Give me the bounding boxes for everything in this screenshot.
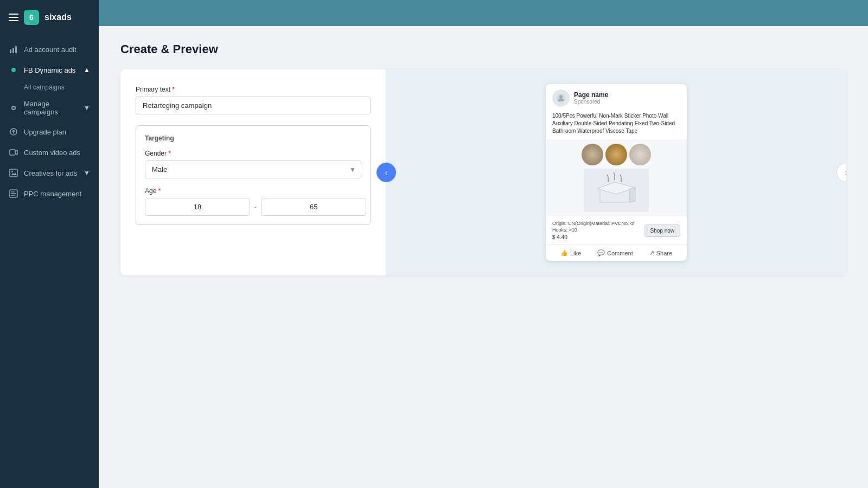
ad-card-header: Page name Sponsored [546, 84, 687, 110]
sidebar-item-creatives-for-ads[interactable]: Creatives for ads ▼ [0, 163, 99, 183]
chevron-right-icon: › [845, 168, 846, 177]
ad-footer-price: $ 4.40 [552, 234, 644, 240]
logo-box: 6 [24, 10, 39, 25]
page-info: Page name Sponsored [574, 91, 608, 105]
dot-icon [9, 65, 18, 75]
ad-image-area [546, 139, 687, 216]
svg-line-15 [614, 172, 615, 175]
share-label: Share [656, 250, 672, 256]
sidebar-item-fb-dynamic-ads[interactable]: FB Dynamic ads ▲ [0, 60, 99, 80]
age-label: Age * [145, 187, 361, 195]
svg-rect-2 [15, 46, 17, 53]
svg-rect-4 [10, 150, 15, 155]
svg-line-14 [607, 175, 608, 177]
primary-text-input[interactable] [136, 97, 371, 114]
share-button[interactable]: ↗ Share [649, 249, 672, 256]
ppc-icon [9, 189, 18, 198]
form-panel: Primary text * Targeting Gender * Male F… [120, 69, 386, 275]
page-title: Create & Preview [120, 42, 846, 56]
preview-panel: ‹ Page name [386, 69, 846, 275]
like-label: Like [570, 250, 581, 256]
comment-label: Comment [607, 250, 633, 256]
ad-card-actions: 👍 Like 💬 Comment ↗ Share [546, 245, 687, 261]
comment-icon: 💬 [597, 249, 605, 256]
chevron-down-icon: ▼ [84, 104, 90, 112]
svg-line-16 [620, 175, 621, 177]
gender-label: Gender * [145, 150, 361, 157]
page-avatar [552, 89, 570, 107]
ad-footer-info: Origin: CN(Origin)Material: PVCNo. of Ho… [552, 221, 644, 240]
like-button[interactable]: 👍 Like [560, 249, 581, 256]
ad-nav-prev-button[interactable]: ‹ [376, 163, 396, 182]
chevron-up-icon: ▲ [84, 66, 90, 74]
product-thumb-1 [582, 144, 603, 165]
sidebar-item-ppc-management[interactable]: PPC management [0, 183, 99, 204]
main-content: Create & Preview Primary text * Targetin… [99, 26, 868, 488]
logo-text: sixads [44, 12, 72, 22]
sidebar-label-fb-dynamic-ads: FB Dynamic ads [24, 66, 75, 74]
sponsored-text: Sponsored [574, 99, 608, 105]
like-icon: 👍 [560, 249, 568, 256]
sidebar-label-all-campaigns: All campaigns [24, 84, 65, 91]
share-icon: ↗ [649, 249, 654, 256]
chevron-left-icon: ‹ [385, 168, 388, 177]
ad-card: Page name Sponsored 100/5Pcs Powerful No… [546, 84, 687, 261]
primary-text-label: Primary text * [136, 86, 371, 93]
targeting-title: Targeting [145, 134, 361, 142]
sidebar-nav: Ad account audit FB Dynamic ads ▲ All ca… [0, 35, 99, 488]
creatives-icon [9, 168, 18, 178]
svg-point-6 [11, 171, 13, 172]
chart-icon [9, 44, 18, 54]
targeting-group: Targeting Gender * Male Female All ▼ Ag [136, 125, 371, 225]
upgrade-icon [9, 127, 18, 137]
svg-rect-5 [10, 169, 17, 177]
chevron-down-creatives-icon: ▼ [84, 169, 90, 177]
sidebar-item-all-campaigns[interactable]: All campaigns [0, 80, 99, 94]
gender-select-wrapper: Male Female All ▼ [145, 160, 361, 178]
sidebar-item-manage-campaigns[interactable]: Manage campaigns ▼ [0, 94, 99, 121]
sidebar-label-creatives-for-ads: Creatives for ads [24, 169, 77, 177]
sidebar-label-ad-account-audit: Ad account audit [24, 46, 76, 54]
create-preview-container: Primary text * Targeting Gender * Male F… [120, 69, 846, 275]
product-image-main [584, 169, 649, 212]
dot-outline-icon [9, 103, 18, 113]
shop-now-button[interactable]: Shop now [644, 224, 680, 237]
age-separator: - [254, 203, 257, 211]
sidebar-item-upgrade-plan[interactable]: Upgrade plan [0, 121, 99, 142]
hamburger-icon[interactable] [9, 14, 18, 21]
main-wrapper: Create & Preview Primary text * Targetin… [99, 0, 868, 488]
page-name-text: Page name [574, 91, 608, 99]
sidebar-label-upgrade-plan: Upgrade plan [24, 128, 66, 136]
ad-product-title: 100/5Pcs Powerful Non-Mark Sticker Photo… [546, 110, 687, 139]
gender-select[interactable]: Male Female All [145, 160, 361, 178]
sidebar-item-ad-account-audit[interactable]: Ad account audit [0, 39, 99, 60]
svg-point-9 [559, 95, 563, 99]
comment-button[interactable]: 💬 Comment [597, 249, 633, 256]
sidebar-item-custom-video-ads[interactable]: Custom video ads [0, 142, 99, 163]
sidebar-label-ppc-management: PPC management [24, 190, 81, 198]
product-thumb-2 [605, 144, 627, 165]
sidebar: 6 sixads Ad account audit FB Dynamic ads… [0, 0, 99, 488]
svg-rect-1 [12, 48, 14, 53]
product-thumb-3 [629, 144, 651, 165]
video-icon [9, 147, 18, 157]
ad-card-footer: Origin: CN(Origin)Material: PVCNo. of Ho… [546, 216, 687, 245]
ad-nav-next-button[interactable]: › [837, 163, 846, 182]
sidebar-label-custom-video-ads: Custom video ads [24, 149, 80, 157]
product-thumbnails [582, 144, 651, 165]
sidebar-label-manage-campaigns: Manage campaigns [24, 100, 78, 116]
svg-rect-0 [10, 49, 11, 53]
age-max-input[interactable] [261, 198, 366, 216]
age-min-input[interactable] [145, 198, 250, 216]
sidebar-header: 6 sixads [0, 0, 99, 35]
top-bar-strip [99, 0, 868, 26]
ad-footer-desc: Origin: CN(Origin)Material: PVCNo. of Ho… [552, 221, 644, 233]
age-row: - [145, 198, 361, 216]
